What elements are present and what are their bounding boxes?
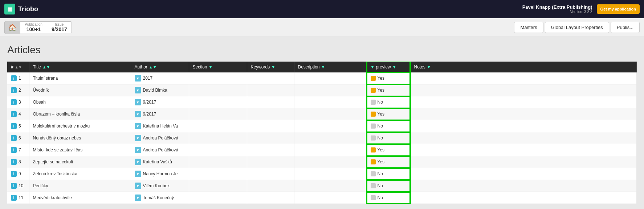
- cell-section: [189, 96, 247, 108]
- second-bar: 🏠 Publication 100+1 Issue 9/2017 Masters…: [0, 18, 644, 37]
- cell-description: [294, 108, 367, 120]
- keywords-label: Keywords: [251, 64, 270, 70]
- author-value: 2017: [143, 76, 153, 81]
- masters-button[interactable]: Masters: [514, 22, 543, 33]
- header-row: # ▲▼ Title ▲▼ Author ▲▼: [7, 62, 637, 72]
- info-icon[interactable]: i: [11, 99, 17, 105]
- author-value: David Bimka: [143, 88, 167, 93]
- home-button[interactable]: 🏠: [4, 21, 20, 34]
- info-icon[interactable]: i: [11, 123, 17, 129]
- preview-value: Yes: [378, 112, 385, 117]
- cell-preview: Yes: [367, 72, 410, 84]
- col-header-num[interactable]: # ▲▼: [7, 62, 29, 72]
- cell-title: Nenáviděný obraz nebes: [29, 132, 131, 144]
- cell-description: [294, 96, 367, 108]
- top-bar: ▦ Triobo Pavel Knapp (Extra Publishing) …: [0, 0, 644, 18]
- col-header-preview[interactable]: ▼ preview ▼: [367, 62, 410, 72]
- logo-icon: ▦: [4, 4, 15, 14]
- col-header-description[interactable]: Description ▼: [294, 62, 367, 72]
- info-icon[interactable]: i: [11, 135, 17, 141]
- cell-preview: Yes: [367, 84, 410, 96]
- cell-author: ▼David Bimka: [131, 84, 189, 96]
- table-row: i2Úvodník▼David BimkaYes: [7, 84, 637, 96]
- info-icon[interactable]: i: [11, 195, 17, 201]
- cell-title: Obsah: [29, 96, 131, 108]
- info-icon[interactable]: i: [11, 75, 17, 81]
- cell-keywords: [247, 180, 294, 192]
- cell-author: ▼Kateřina Helán Va: [131, 120, 189, 132]
- table-row: i4Obrazem – kronika čísla▼9/2017Yes: [7, 108, 637, 120]
- info-icon[interactable]: i: [11, 111, 17, 117]
- arrow-icon[interactable]: ▼: [135, 159, 141, 165]
- cell-description: [294, 72, 367, 84]
- author-value: Kateřina Helán Va: [143, 124, 178, 129]
- arrow-icon[interactable]: ▼: [135, 123, 141, 129]
- cell-notes: [410, 72, 637, 84]
- info-icon[interactable]: i: [11, 171, 17, 177]
- publish-button[interactable]: Publis...: [611, 22, 640, 33]
- preview-label: preview: [376, 64, 391, 70]
- preview-value: No: [378, 171, 383, 176]
- cell-title: Perličky: [29, 180, 131, 192]
- publication-block: Publication 100+1: [20, 22, 47, 33]
- col-header-section[interactable]: Section ▼: [189, 62, 247, 72]
- cell-preview: No: [367, 120, 410, 132]
- table-row: i6Nenáviděný obraz nebes▼Andrea Poláčkov…: [7, 132, 637, 144]
- cell-author: ▼2017: [131, 72, 189, 84]
- get-app-button[interactable]: Get my application: [597, 4, 640, 14]
- info-icon[interactable]: i: [11, 183, 17, 189]
- cell-notes: [410, 156, 637, 168]
- preview-icon: [371, 159, 376, 164]
- cell-num: i10: [7, 180, 29, 192]
- global-layout-button[interactable]: Global Layout Properties: [545, 22, 609, 33]
- cell-keywords: [247, 96, 294, 108]
- author-label: Author: [135, 64, 147, 70]
- issue-label: Issue: [55, 22, 64, 26]
- info-icon[interactable]: i: [11, 87, 17, 93]
- arrow-icon[interactable]: ▼: [135, 87, 141, 93]
- cell-preview: No: [367, 132, 410, 144]
- table-row: i5Molekulární orchestr v mozku▼Kateřina …: [7, 120, 637, 132]
- info-icon[interactable]: i: [11, 159, 17, 165]
- cell-section: [189, 168, 247, 180]
- arrow-icon[interactable]: ▼: [135, 99, 141, 105]
- cell-num: i3: [7, 96, 29, 108]
- user-info: Pavel Knapp (Extra Publishing) Version: …: [522, 4, 592, 14]
- preview-value: No: [378, 135, 383, 141]
- arrow-icon[interactable]: ▼: [135, 111, 141, 117]
- filter-icon-section: ▼: [209, 65, 213, 69]
- arrow-icon[interactable]: ▼: [135, 135, 141, 141]
- col-header-author[interactable]: Author ▲▼: [131, 62, 189, 72]
- info-icon[interactable]: i: [11, 147, 17, 153]
- arrow-icon[interactable]: ▼: [135, 171, 141, 177]
- preview-icon: [371, 135, 376, 141]
- arrow-icon[interactable]: ▼: [135, 183, 141, 189]
- cell-keywords: [247, 156, 294, 168]
- preview-value: Yes: [378, 88, 385, 93]
- cell-notes: [410, 108, 637, 120]
- col-header-notes[interactable]: Notes ▼: [410, 62, 637, 72]
- filter-icon-preview-left: ▼: [371, 65, 375, 69]
- col-header-keywords[interactable]: Keywords ▼: [247, 62, 294, 72]
- filter-icon-author: ▲▼: [149, 65, 157, 69]
- col-header-title[interactable]: Title ▲▼: [29, 62, 131, 72]
- row-number: 6: [19, 135, 21, 141]
- cell-title: Medvědí kratochvíle: [29, 192, 131, 204]
- arrow-icon[interactable]: ▼: [135, 147, 141, 153]
- row-number: 1: [19, 76, 21, 81]
- cell-preview: Yes: [367, 156, 410, 168]
- cell-notes: [410, 96, 637, 108]
- arrow-icon[interactable]: ▼: [135, 75, 141, 81]
- filter-icon-notes: ▼: [427, 65, 431, 69]
- hash-label: #: [11, 64, 13, 70]
- table-wrapper: # ▲▼ Title ▲▼ Author ▲▼: [7, 62, 637, 204]
- cell-description: [294, 132, 367, 144]
- filter-icon-preview-right: ▼: [392, 65, 396, 69]
- cell-preview: No: [367, 168, 410, 180]
- cell-keywords: [247, 72, 294, 84]
- preview-value: Yes: [378, 76, 385, 81]
- arrow-icon[interactable]: ▼: [135, 195, 141, 201]
- cell-num: i8: [7, 156, 29, 168]
- cell-title: Obrazem – kronika čísla: [29, 108, 131, 120]
- filter-icon-keywords: ▼: [271, 65, 275, 69]
